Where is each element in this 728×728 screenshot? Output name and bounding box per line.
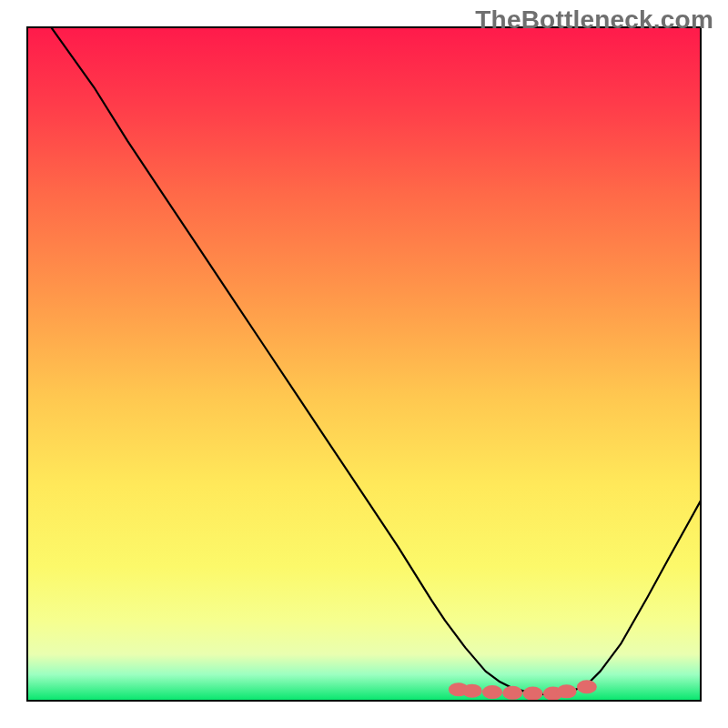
marker-dot <box>523 687 543 701</box>
axis-bottom <box>26 700 702 702</box>
marker-dot <box>502 686 522 700</box>
watermark-label: TheBottleneck.com <box>475 5 713 35</box>
axis-right <box>700 26 702 702</box>
axis-left <box>26 26 28 702</box>
marker-dot <box>482 685 502 699</box>
plot-area <box>26 26 702 702</box>
marker-layer <box>26 26 702 702</box>
marker-dot <box>557 684 577 698</box>
marker-dot <box>462 684 482 698</box>
marker-group <box>449 680 597 700</box>
chart-container: TheBottleneck.com <box>0 0 728 728</box>
marker-dot <box>577 680 597 693</box>
